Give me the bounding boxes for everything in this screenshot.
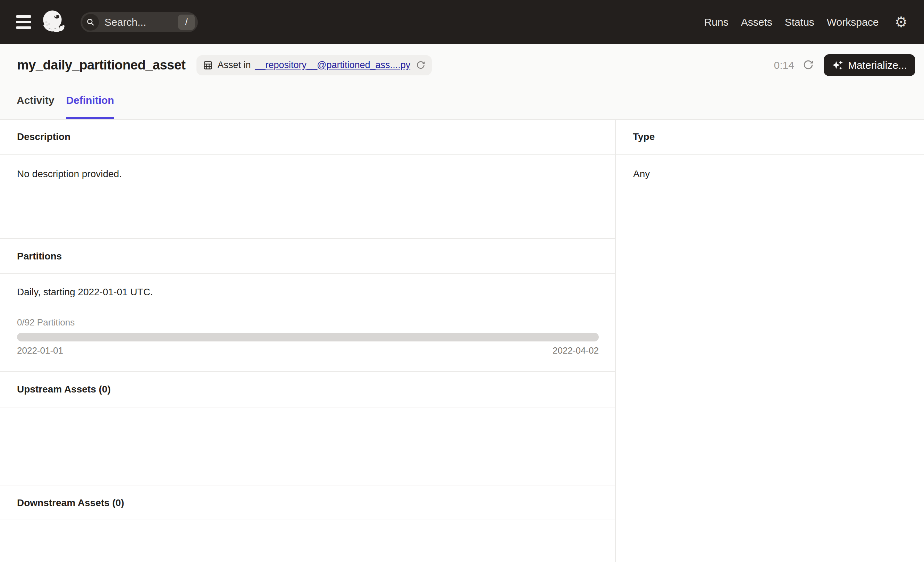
- left-column: Description No description provided. Par…: [0, 120, 616, 562]
- description-text: No description provided.: [17, 168, 598, 180]
- nav-link-assets[interactable]: Assets: [741, 17, 772, 28]
- top-nav: Search... / Runs Assets Status Workspace…: [0, 0, 924, 44]
- nav-link-workspace[interactable]: Workspace: [827, 17, 879, 28]
- refresh-icon[interactable]: [802, 59, 814, 71]
- materialize-button-label: Materialize...: [848, 59, 907, 71]
- partitions-heading: Partitions: [0, 239, 615, 274]
- type-value: Any: [633, 168, 924, 180]
- upstream-assets-body: [0, 407, 615, 486]
- search-input[interactable]: Search... /: [81, 12, 198, 32]
- refresh-countdown: 0:14: [774, 59, 794, 71]
- nav-link-status[interactable]: Status: [785, 17, 814, 28]
- gear-icon[interactable]: ⚙: [894, 15, 908, 30]
- hamburger-menu-icon[interactable]: [16, 15, 31, 29]
- tab-definition[interactable]: Definition: [66, 95, 114, 119]
- page-header: my_daily_partitioned_asset Asset in __re…: [0, 44, 924, 120]
- description-heading: Description: [0, 120, 615, 155]
- tab-activity[interactable]: Activity: [16, 95, 54, 119]
- downstream-assets-heading: Downstream Assets (0): [0, 486, 615, 520]
- definition-content: Description No description provided. Par…: [0, 120, 924, 562]
- materialize-button[interactable]: Materialize...: [824, 54, 915, 76]
- partition-progress-bar: [17, 333, 599, 341]
- asset-group-icon: [203, 60, 213, 71]
- repository-link[interactable]: __repository__@partitioned_ass....py: [255, 60, 410, 71]
- type-heading: Type: [616, 120, 924, 155]
- description-body: No description provided.: [0, 155, 615, 239]
- nav-link-runs[interactable]: Runs: [704, 17, 729, 28]
- right-column: Type Any: [616, 120, 924, 562]
- partition-range-start: 2022-01-01: [17, 345, 63, 356]
- search-placeholder: Search...: [105, 17, 146, 28]
- asset-badge-prefix: Asset in: [217, 60, 250, 71]
- sparkles-icon: [832, 59, 844, 71]
- dagster-logo-icon[interactable]: [40, 9, 68, 36]
- downstream-assets-body: [0, 520, 615, 562]
- slash-shortcut-key: /: [178, 15, 195, 30]
- partitions-body: Daily, starting 2022-01-01 UTC. 0/92 Par…: [0, 274, 615, 372]
- nav-links: Runs Assets Status Workspace: [704, 17, 879, 28]
- page-title: my_daily_partitioned_asset: [17, 58, 185, 72]
- partitions-summary: Daily, starting 2022-01-01 UTC.: [17, 287, 599, 298]
- asset-location-badge: Asset in __repository__@partitioned_ass.…: [196, 55, 432, 75]
- reload-definition-icon[interactable]: [416, 60, 426, 70]
- type-body: Any: [616, 155, 924, 562]
- search-icon: [82, 14, 99, 30]
- partitions-progress-label: 0/92 Partitions: [17, 317, 599, 328]
- upstream-assets-heading: Upstream Assets (0): [0, 372, 615, 407]
- partition-range-end: 2022-04-02: [553, 345, 599, 356]
- tab-bar: Activity Definition: [0, 95, 924, 119]
- dagster-asset-page: Search... / Runs Assets Status Workspace…: [0, 0, 924, 562]
